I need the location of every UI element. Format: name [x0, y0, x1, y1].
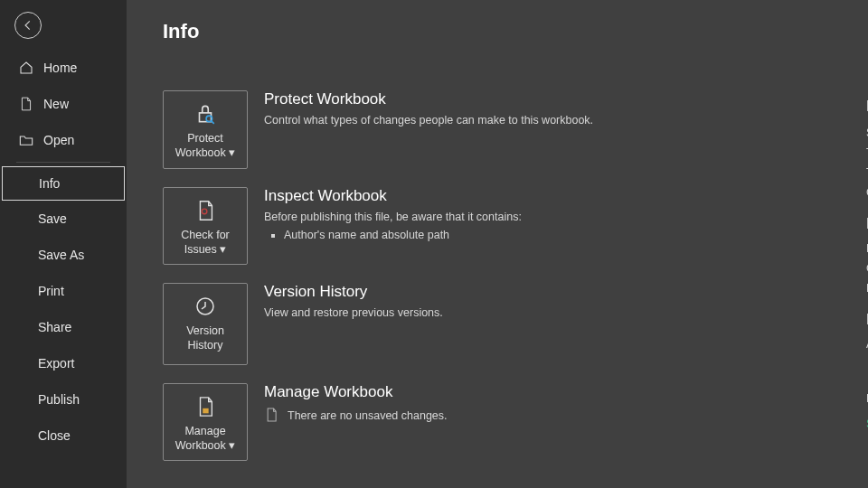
- inspect-workbook-section: Check for Issues ▾ Inspect Workbook Befo…: [163, 187, 714, 266]
- new-file-icon: [18, 97, 34, 111]
- card-btn-label: History: [188, 338, 223, 352]
- back-arrow-icon: [22, 19, 34, 32]
- sidebar-item-label: Close: [38, 428, 71, 443]
- sidebar-item-share[interactable]: Share: [0, 309, 127, 345]
- sidebar-item-save-as[interactable]: Save As: [0, 237, 127, 273]
- card-btn-label: Workbook ▾: [175, 145, 236, 160]
- backstage-sidebar: Home New Open Info Save Save As Print Sh…: [0, 0, 127, 488]
- card-desc: Control what types of changes people can…: [264, 112, 714, 129]
- card-btn-label: Workbook ▾: [175, 438, 236, 453]
- card-btn-label: Issues ▾: [184, 242, 227, 257]
- sidebar-item-save[interactable]: Save: [0, 201, 127, 237]
- chevron-down-icon: ▾: [226, 439, 235, 452]
- lock-icon: [193, 100, 217, 127]
- version-history-section: Version History Version History View and…: [163, 283, 714, 365]
- card-btn-label: Manage: [184, 424, 225, 438]
- svg-rect-0: [200, 113, 212, 122]
- protect-workbook-button[interactable]: Protect Workbook ▾: [163, 90, 248, 169]
- sidebar-item-label: Share: [38, 320, 71, 334]
- card-title: Version History: [264, 283, 714, 301]
- open-folder-icon: [18, 134, 34, 146]
- card-title: Inspect Workbook: [264, 187, 714, 205]
- sidebar-divider: [16, 162, 110, 163]
- card-desc: Before publishing this file, be aware th…: [264, 209, 714, 226]
- sidebar-item-label: Save: [38, 211, 67, 226]
- sidebar-item-label: New: [43, 97, 69, 111]
- manage-doc-icon: [195, 393, 215, 420]
- home-icon: [18, 61, 34, 75]
- card-desc: View and restore previous versions.: [264, 305, 714, 322]
- sidebar-item-new[interactable]: New: [0, 86, 127, 122]
- back-button[interactable]: [14, 12, 42, 39]
- card-btn-label: Protect: [187, 131, 223, 145]
- sidebar-item-label: Open: [43, 133, 74, 147]
- version-history-button[interactable]: Version History: [163, 283, 248, 365]
- card-btn-label: Check for: [181, 228, 230, 242]
- sidebar-item-label: Home: [43, 61, 77, 75]
- svg-line-2: [212, 121, 214, 124]
- history-icon: [194, 293, 216, 320]
- svg-point-3: [202, 209, 207, 214]
- main-panel: Info Protect Workbook ▾ Protect Workbook…: [127, 0, 868, 488]
- chevron-down-icon: ▾: [226, 146, 235, 159]
- inspect-bullet-list: Author's name and absolute path: [264, 229, 714, 241]
- doc-icon: [264, 407, 278, 426]
- sidebar-item-open[interactable]: Open: [0, 122, 127, 158]
- page-title: Info: [163, 20, 868, 43]
- sidebar-item-label: Publish: [38, 392, 80, 407]
- sidebar-item-label: Save As: [38, 248, 84, 262]
- card-title: Protect Workbook: [264, 90, 714, 108]
- check-for-issues-button[interactable]: Check for Issues ▾: [163, 187, 248, 266]
- inspect-bullet-item: Author's name and absolute path: [284, 229, 714, 241]
- card-title: Manage Workbook: [264, 383, 714, 401]
- sidebar-item-label: Print: [38, 284, 64, 298]
- card-btn-label: Version: [186, 324, 224, 338]
- sidebar-item-label: Info: [39, 176, 60, 191]
- sidebar-item-print[interactable]: Print: [0, 273, 127, 309]
- protect-workbook-section: Protect Workbook ▾ Protect Workbook Cont…: [163, 90, 714, 169]
- manage-workbook-section: Manage Workbook ▾ Manage Workbook There …: [163, 383, 714, 462]
- sidebar-item-publish[interactable]: Publish: [0, 381, 127, 418]
- manage-workbook-button[interactable]: Manage Workbook ▾: [163, 383, 248, 462]
- sidebar-item-export[interactable]: Export: [0, 345, 127, 381]
- manage-desc: There are no unsaved changes.: [288, 409, 448, 422]
- chevron-down-icon: ▾: [217, 243, 226, 256]
- sidebar-item-label: Export: [38, 356, 74, 371]
- info-cards-column: Protect Workbook ▾ Protect Workbook Cont…: [163, 90, 714, 479]
- svg-rect-5: [203, 408, 208, 413]
- sidebar-item-close[interactable]: Close: [0, 418, 127, 454]
- sidebar-item-home[interactable]: Home: [0, 50, 127, 86]
- sidebar-item-info[interactable]: Info: [2, 166, 125, 201]
- inspect-icon: [194, 197, 216, 224]
